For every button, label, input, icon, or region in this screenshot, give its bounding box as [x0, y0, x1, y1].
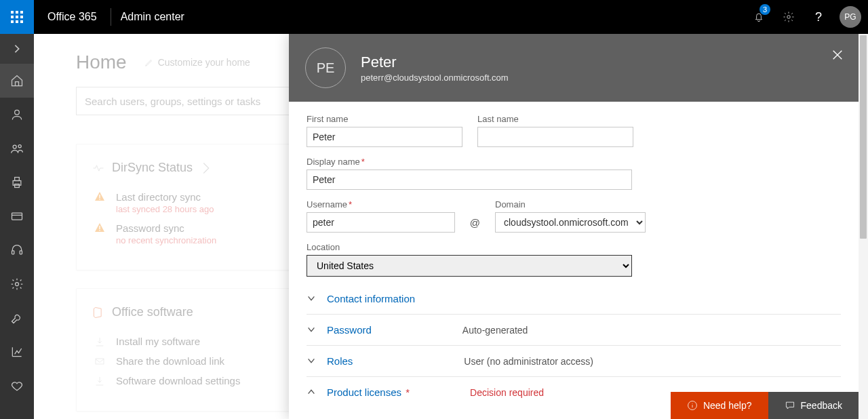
last-name-label: Last name	[477, 114, 633, 124]
nav-reports[interactable]	[0, 335, 34, 369]
svg-rect-16	[12, 213, 22, 220]
dirsync-item-sub: no recent synchronization	[116, 235, 216, 245]
svg-rect-7	[16, 20, 18, 23]
password-expander[interactable]: Password Auto-generated	[307, 315, 841, 346]
need-help-button[interactable]: Need help?	[671, 392, 768, 419]
display-name-input[interactable]	[307, 169, 632, 190]
svg-rect-1	[16, 11, 18, 14]
customize-home-label: Customize your home	[158, 57, 250, 68]
svg-rect-5	[20, 16, 23, 18]
svg-point-9	[787, 16, 791, 19]
dirsync-title: DirSync Status	[112, 161, 193, 175]
global-header: Office 365 Admin center 3 ? PG	[0, 0, 868, 34]
printer-icon	[10, 176, 24, 189]
panel-scrollbar-thumb[interactable]	[860, 35, 867, 239]
roles-expander[interactable]: Roles User (no administrator access)	[307, 346, 841, 377]
dirsync-item-label: Last directory sync	[116, 191, 214, 203]
expand-nav-button[interactable]	[0, 34, 34, 64]
left-nav-rail	[0, 34, 34, 419]
chart-icon	[10, 345, 24, 359]
domain-select[interactable]: cloudsystool.onmicrosoft.com	[495, 212, 646, 233]
panel-user-email: peterr@cloudsystool.onmicrosoft.com	[361, 73, 509, 83]
svg-rect-0	[11, 11, 14, 14]
username-input[interactable]	[307, 212, 455, 233]
page-title: Home	[76, 52, 127, 73]
headset-icon	[10, 243, 24, 257]
info-icon	[687, 400, 698, 411]
chevron-right-icon	[199, 161, 213, 175]
nav-settings[interactable]	[0, 267, 34, 301]
settings-button[interactable]	[776, 0, 802, 34]
contact-expander[interactable]: Contact information	[307, 283, 841, 315]
heart-icon	[10, 379, 24, 393]
location-select[interactable]: United States	[307, 255, 632, 277]
notification-count-badge: 3	[760, 4, 770, 15]
gear-icon	[783, 11, 795, 23]
software-title: Office software	[112, 305, 193, 319]
nav-groups[interactable]	[0, 132, 34, 165]
roles-summary: User (no administrator access)	[464, 356, 593, 367]
user-icon	[10, 108, 24, 121]
svg-rect-18	[20, 251, 22, 254]
svg-rect-21	[99, 199, 100, 199]
download-icon	[94, 336, 105, 347]
licenses-link: Product licenses *	[327, 386, 410, 398]
brand-office365[interactable]: Office 365	[34, 11, 111, 23]
mail-icon	[94, 356, 105, 367]
brand-admin-center[interactable]: Admin center	[111, 11, 194, 23]
roles-link: Roles	[327, 355, 353, 367]
first-name-input[interactable]	[307, 127, 462, 147]
at-symbol: @	[470, 217, 480, 228]
warning-icon	[94, 191, 105, 202]
svg-rect-14	[15, 178, 20, 181]
card-icon	[10, 210, 24, 223]
pencil-icon	[144, 58, 154, 67]
waffle-icon	[11, 11, 23, 23]
group-icon	[10, 142, 24, 155]
svg-point-10	[15, 110, 20, 115]
user-avatar[interactable]: PG	[840, 6, 861, 28]
customize-home-link[interactable]: Customize your home	[144, 57, 250, 68]
nav-health[interactable]	[0, 369, 34, 403]
nav-home[interactable]	[0, 64, 34, 98]
svg-point-12	[18, 145, 21, 148]
svg-rect-3	[11, 16, 14, 18]
software-item-label: Software download settings	[116, 375, 240, 386]
nav-setup[interactable]	[0, 301, 34, 335]
help-button[interactable]: ?	[806, 0, 831, 34]
feedback-button[interactable]: Feedback	[768, 392, 859, 419]
panel-header: PE Peter peterr@cloudsystool.onmicrosoft…	[289, 34, 859, 102]
password-summary: Auto-generated	[462, 325, 528, 336]
app-launcher-button[interactable]	[0, 0, 34, 34]
office-icon	[92, 306, 105, 319]
download-icon	[94, 376, 105, 386]
nav-users[interactable]	[0, 98, 34, 132]
search-placeholder: Search users, groups, settings or tasks	[85, 96, 260, 107]
panel-body: First name Last name Display name* Usern…	[289, 102, 859, 419]
svg-rect-23	[99, 230, 100, 231]
nav-support[interactable]	[0, 233, 34, 267]
nav-resources[interactable]	[0, 165, 34, 199]
svg-point-11	[13, 145, 16, 148]
svg-point-19	[16, 283, 19, 286]
software-item-label: Share the download link	[116, 355, 224, 367]
software-item-label: Install my software	[116, 336, 200, 347]
svg-rect-15	[15, 184, 20, 188]
need-help-label: Need help?	[703, 400, 752, 411]
chat-icon	[785, 400, 795, 411]
dirsync-item-sub: last synced 28 hours ago	[116, 204, 214, 214]
svg-rect-13	[13, 181, 21, 186]
help-bar: Need help? Feedback	[671, 392, 859, 419]
panel-avatar: PE	[305, 47, 346, 88]
close-button[interactable]	[829, 46, 846, 64]
location-label: Location	[307, 242, 841, 252]
heartline-icon	[92, 161, 105, 175]
home-icon	[10, 74, 24, 87]
wrench-icon	[10, 311, 24, 325]
chevron-down-icon	[307, 294, 316, 303]
nav-billing[interactable]	[0, 199, 34, 233]
last-name-input[interactable]	[477, 127, 633, 147]
gear-icon	[10, 277, 24, 291]
display-name-label: Display name*	[307, 157, 841, 167]
notifications-button[interactable]: 3	[746, 0, 772, 34]
